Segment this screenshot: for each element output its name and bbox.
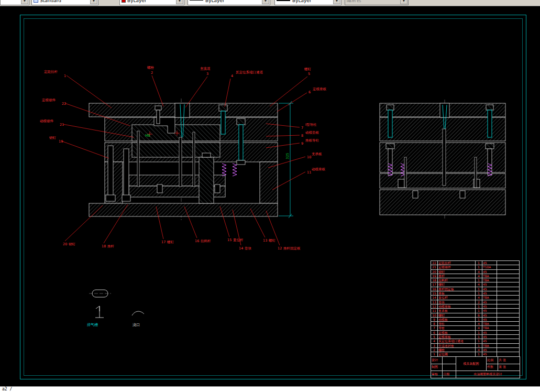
parts-row-13: 13垫块245 bbox=[431, 300, 520, 304]
lineweight-value: ByLayer bbox=[292, 0, 312, 3]
tb-design-value bbox=[443, 357, 456, 364]
leader-line-6[interactable] bbox=[277, 93, 307, 112]
dimension-note-0[interactable]: 325 bbox=[285, 153, 290, 159]
detail-label-0[interactable]: 排气槽 bbox=[87, 323, 98, 327]
callout-number-3[interactable]: 3 bbox=[206, 72, 208, 76]
parts-list: 22定距拉杆14521定模镶件1T10A20销钉44519推杆4T8A18拉料杆… bbox=[431, 260, 520, 357]
callout-label-11[interactable]: 动模座板 bbox=[312, 167, 326, 171]
guide-pillar-base bbox=[106, 195, 115, 201]
callout-number-16[interactable]: 16 bbox=[195, 239, 199, 243]
leader-line-3[interactable] bbox=[185, 77, 207, 107]
detail-sketches[interactable] bbox=[89, 290, 144, 318]
color-combo[interactable]: ByLayer ▼ bbox=[119, 0, 184, 5]
callout-number-10[interactable]: 10 bbox=[307, 155, 311, 159]
callout-label-14[interactable]: 垫块 bbox=[245, 246, 252, 251]
callout-number-4[interactable]: 4 bbox=[231, 74, 233, 78]
parts-row-16: 16推杆固定板145 bbox=[431, 287, 520, 291]
callout-number-14[interactable]: 14 bbox=[239, 246, 243, 251]
bottom-clamp-plate bbox=[89, 203, 278, 216]
callout-number-6[interactable]: 6 bbox=[308, 90, 311, 94]
partial-combo[interactable]: ▼ bbox=[0, 0, 29, 5]
callout-number-18[interactable]: 18 bbox=[102, 244, 106, 248]
callout-label-9[interactable]: 推板导柱 bbox=[305, 138, 319, 143]
callout-label-6[interactable]: 定模座板 bbox=[313, 87, 327, 91]
bolt-shaft bbox=[388, 110, 392, 137]
leader-line-2[interactable] bbox=[152, 75, 163, 106]
callout-label-4[interactable]: 反定位系缩口通道 bbox=[236, 70, 263, 74]
callout-label-18[interactable]: 推杆 bbox=[107, 244, 115, 248]
ejector-pin bbox=[404, 157, 406, 188]
leader-line-4[interactable] bbox=[225, 79, 230, 107]
side-section-view[interactable] bbox=[380, 100, 505, 219]
callout-number-5[interactable]: 5 bbox=[308, 72, 310, 76]
callout-label-2[interactable]: 螺栓 bbox=[147, 66, 155, 70]
callout-label-7[interactable]: Ⅰ型导柱 bbox=[305, 123, 317, 127]
callout-number-13[interactable]: 13 bbox=[263, 238, 267, 243]
chevron-down-icon[interactable]: ▼ bbox=[333, 0, 340, 4]
lineweight-combo[interactable]: ByLayer ▼ bbox=[274, 0, 341, 5]
linetype-combo[interactable]: ByLayer ▼ bbox=[188, 0, 270, 5]
parts-row-21: 21定模镶件1T10A bbox=[431, 265, 520, 269]
gate-curve-detail bbox=[132, 311, 144, 315]
text-style-combo[interactable]: Standard ▼ bbox=[31, 0, 98, 5]
main-section-view[interactable] bbox=[89, 99, 293, 220]
parts-row-19: 19推杆4T8A bbox=[431, 274, 520, 278]
parts-row-14: 14复位杆4T8A bbox=[431, 296, 520, 300]
plot-style-combo[interactable]: 随层色 ▼ bbox=[345, 0, 409, 5]
callout-label-5[interactable]: 螺钉 bbox=[304, 67, 312, 71]
callout-label-15[interactable]: 复位杆 bbox=[233, 238, 244, 242]
chevron-down-icon[interactable]: ▼ bbox=[262, 0, 269, 4]
status-bar[interactable]: a2 / bbox=[0, 386, 540, 392]
support-pillar-cap bbox=[202, 153, 211, 157]
leader-line-20[interactable] bbox=[65, 205, 103, 241]
callout-label-17[interactable]: 螺钉 bbox=[167, 240, 174, 244]
leader-line-5[interactable] bbox=[270, 77, 307, 106]
color-swatch-icon bbox=[122, 0, 126, 3]
callout-label-12[interactable]: 推杆固定板 bbox=[283, 246, 301, 251]
callout-number-8[interactable]: 8 bbox=[301, 134, 303, 138]
callout-number-22[interactable]: 22 bbox=[62, 102, 66, 106]
callout-label-21[interactable]: 动模镶件 bbox=[40, 119, 54, 123]
callout-label-22[interactable]: 定模镶件 bbox=[42, 98, 56, 102]
parts-row-11: 11支承板145 bbox=[431, 309, 520, 313]
callout-number-17[interactable]: 17 bbox=[161, 240, 166, 244]
callout-number-9[interactable]: 9 bbox=[301, 141, 303, 146]
tb-draft-label: 制图 bbox=[431, 364, 443, 371]
chevron-down-icon[interactable]: ▼ bbox=[400, 0, 407, 4]
callout-number-2[interactable]: 2 bbox=[151, 71, 153, 75]
callout-label-8[interactable]: 动模垫板 bbox=[305, 130, 319, 135]
bolt-nut bbox=[237, 160, 245, 165]
detail-label-1[interactable]: 浇口 bbox=[133, 323, 140, 327]
callout-label-19[interactable]: 销钉 bbox=[49, 136, 57, 140]
callout-label-16[interactable]: 拉料杆 bbox=[201, 239, 211, 243]
callout-label-10[interactable]: 支承板 bbox=[312, 152, 322, 156]
tb-check-label: 审核 bbox=[431, 371, 443, 378]
callout-label-3[interactable]: 主流道 bbox=[200, 67, 211, 71]
center-pin bbox=[443, 129, 446, 186]
callout-number-21[interactable]: 21 bbox=[60, 123, 64, 127]
return-spring bbox=[233, 164, 237, 176]
callout-number-7[interactable]: 7 bbox=[301, 126, 303, 130]
guide-pillar-base bbox=[122, 195, 130, 201]
callout-number-15[interactable]: 15 bbox=[227, 238, 232, 242]
callout-label-1[interactable]: 定距拉杆 bbox=[44, 70, 58, 74]
bottom-clamp-plate bbox=[380, 190, 505, 215]
callout-label-13[interactable]: 螺钉 bbox=[269, 238, 276, 243]
chevron-down-icon[interactable]: ▼ bbox=[90, 0, 97, 4]
ejector-pin bbox=[475, 157, 477, 188]
callout-label-20[interactable]: 销钉 bbox=[68, 242, 76, 246]
chevron-down-icon[interactable]: ▼ bbox=[176, 0, 183, 4]
screw bbox=[413, 191, 418, 198]
callout-number-12[interactable]: 12 bbox=[278, 246, 282, 251]
tb-sheetno-label: 第 张 bbox=[498, 364, 520, 371]
parts-row-6: 6定模板145 bbox=[431, 331, 520, 335]
parts-row-7: 7导套4T8A bbox=[431, 326, 520, 330]
callout-number-20[interactable]: 20 bbox=[63, 242, 67, 246]
callout-number-1[interactable]: 1 bbox=[64, 74, 66, 78]
leader-line-19[interactable] bbox=[61, 141, 109, 158]
chevron-down-icon[interactable]: ▼ bbox=[21, 0, 28, 4]
dimension-note-1[interactable]: M8 bbox=[145, 134, 150, 138]
callout-number-19[interactable]: 19 bbox=[59, 139, 63, 144]
callout-number-11[interactable]: 11 bbox=[307, 170, 311, 175]
tb-sheets-label: 共 张 bbox=[498, 357, 520, 364]
